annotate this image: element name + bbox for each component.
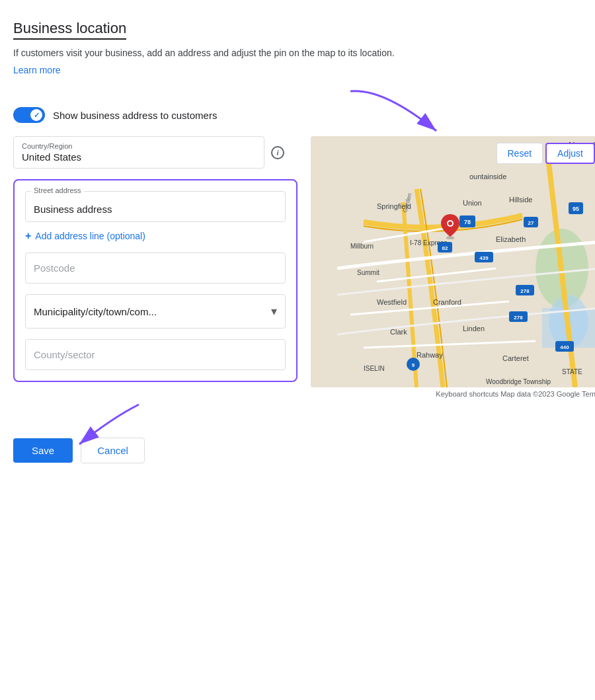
svg-text:Hillside: Hillside: [509, 196, 532, 204]
svg-text:27: 27: [528, 220, 534, 226]
svg-text:Carteret: Carteret: [502, 354, 529, 362]
svg-text:Westfield: Westfield: [377, 298, 407, 306]
svg-text:Cranford: Cranford: [433, 298, 461, 306]
map-buttons: Reset Adjust: [496, 143, 596, 164]
map-pin: [440, 213, 461, 242]
street-address-field[interactable]: Street address: [25, 191, 286, 222]
svg-text:Rahway: Rahway: [416, 351, 443, 359]
info-icon[interactable]: i: [271, 146, 284, 159]
show-address-toggle[interactable]: ✓: [13, 107, 45, 123]
svg-text:Summit: Summit: [357, 269, 379, 276]
save-button[interactable]: Save: [13, 438, 73, 463]
country-field: Country/Region United States i: [13, 136, 298, 169]
dropdown-arrow-icon: ▾: [271, 304, 277, 319]
svg-text:Woodbridge Township: Woodbridge Township: [486, 378, 551, 385]
municipality-value: Municipality/city/town/com...: [34, 306, 157, 317]
plus-icon: +: [25, 230, 31, 242]
svg-text:78: 78: [464, 219, 471, 225]
street-address-label: Street address: [31, 186, 84, 194]
learn-more-link[interactable]: Learn more: [13, 65, 61, 75]
add-address-label: Add address line (optional): [35, 231, 145, 241]
svg-text:Clark: Clark: [390, 328, 407, 336]
svg-text:278: 278: [520, 288, 530, 294]
country-value: United States: [22, 151, 237, 163]
adjust-button[interactable]: Adjust: [545, 143, 595, 164]
svg-text:Millburn: Millburn: [350, 243, 374, 250]
postcode-field[interactable]: Postcode: [25, 253, 286, 284]
toggle-label: Show business address to customers: [53, 110, 217, 121]
svg-text:440: 440: [560, 344, 569, 350]
page-description: If customers visit your business, add an…: [13, 46, 397, 60]
svg-text:439: 439: [479, 255, 489, 261]
map-container: 78 9 95 278 440 Springfield: [311, 136, 595, 387]
street-address-group: Street address: [25, 191, 286, 222]
map-footer: Keyboard shortcuts Map data ©2023 Google…: [311, 390, 595, 398]
address-box: Street address + Add address line (optio…: [13, 179, 298, 382]
page-title: Business location: [13, 20, 126, 40]
reset-button[interactable]: Reset: [496, 143, 543, 164]
county-placeholder: County/sector: [34, 349, 95, 360]
county-field[interactable]: County/sector: [25, 339, 286, 370]
svg-text:95: 95: [573, 206, 579, 212]
svg-text:STATE: STATE: [562, 368, 582, 375]
svg-text:278: 278: [514, 315, 523, 321]
form-section: Country/Region United States i Street ad…: [13, 136, 298, 382]
cancel-button[interactable]: Cancel: [81, 438, 145, 463]
svg-text:82: 82: [442, 245, 448, 251]
button-row: Save Cancel: [13, 438, 582, 463]
country-input[interactable]: Country/Region United States: [13, 136, 264, 169]
svg-text:Elizabeth: Elizabeth: [496, 235, 526, 243]
postcode-placeholder: Postcode: [34, 262, 75, 274]
municipality-field[interactable]: Municipality/city/town/com... ▾: [25, 294, 286, 329]
main-content: Country/Region United States i Street ad…: [13, 136, 582, 398]
svg-text:9: 9: [412, 362, 415, 368]
add-address-line[interactable]: + Add address line (optional): [25, 230, 286, 242]
country-label: Country/Region: [22, 142, 237, 150]
map-section: 78 9 95 278 440 Springfield: [311, 136, 595, 398]
svg-text:Linden: Linden: [463, 325, 485, 332]
svg-text:Union: Union: [463, 199, 482, 207]
svg-text:ountainside: ountainside: [469, 173, 506, 180]
street-address-input[interactable]: [34, 204, 277, 215]
show-address-toggle-row: ✓ Show business address to customers: [13, 107, 582, 123]
svg-text:ISELIN: ISELIN: [364, 365, 385, 372]
svg-point-43: [448, 221, 452, 225]
